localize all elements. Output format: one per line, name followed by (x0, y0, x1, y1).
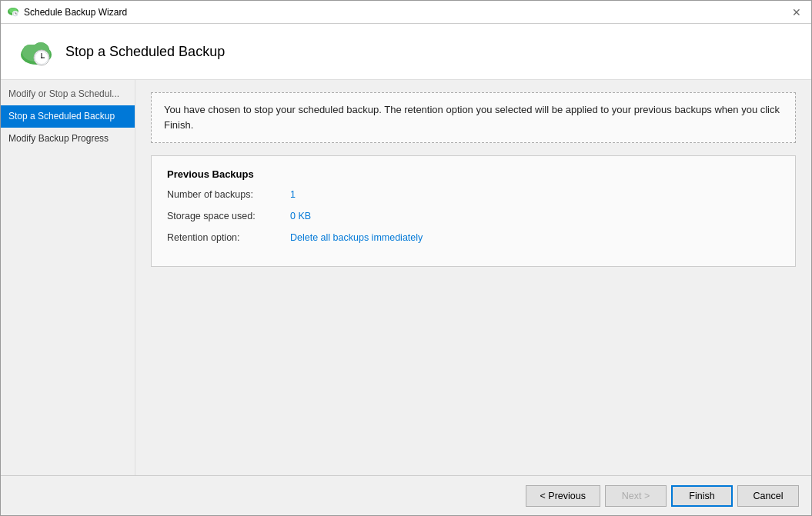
sidebar-item-modify-or-stop[interactable]: Modify or Stop a Schedul... (1, 83, 135, 105)
label-storage-used: Storage space used: (167, 211, 290, 221)
label-number-of-backups: Number of backups: (167, 189, 290, 200)
data-row-backups: Number of backups: 1 (167, 189, 780, 200)
content-area: Modify or Stop a Schedul... Stop a Sched… (1, 80, 811, 475)
finish-button[interactable]: Finish (671, 485, 733, 507)
footer: < Previous Next > Finish Cancel (1, 475, 811, 515)
app-icon (7, 6, 19, 18)
header-icon (16, 33, 53, 70)
previous-button[interactable]: < Previous (526, 485, 600, 507)
main-window: Schedule Backup Wizard ✕ (0, 0, 812, 516)
close-button[interactable]: ✕ (788, 4, 805, 21)
next-button[interactable]: Next > (605, 485, 667, 507)
sidebar-item-modify-progress[interactable]: Modify Backup Progress (1, 128, 135, 150)
title-bar: Schedule Backup Wizard ✕ (1, 1, 811, 24)
cancel-button[interactable]: Cancel (737, 485, 799, 507)
info-box: You have chosen to stop your scheduled b… (151, 92, 796, 143)
label-retention: Retention option: (167, 232, 290, 243)
value-number-of-backups: 1 (290, 189, 296, 200)
sidebar: Modify or Stop a Schedul... Stop a Sched… (1, 80, 135, 475)
info-text: You have chosen to stop your scheduled b… (164, 104, 780, 131)
main-panel: You have chosen to stop your scheduled b… (135, 80, 811, 475)
value-retention: Delete all backups immediately (290, 232, 423, 243)
header-area: Stop a Scheduled Backup (1, 24, 811, 80)
data-row-retention: Retention option: Delete all backups imm… (167, 232, 780, 243)
svg-point-18 (41, 57, 42, 58)
value-storage-used: 0 KB (290, 211, 311, 221)
data-box-title: Previous Backups (167, 168, 780, 180)
page-title: Stop a Scheduled Backup (65, 44, 225, 60)
title-bar-left: Schedule Backup Wizard (7, 6, 127, 18)
title-bar-title: Schedule Backup Wizard (24, 7, 127, 18)
data-box: Previous Backups Number of backups: 1 St… (151, 155, 796, 267)
sidebar-item-stop-scheduled[interactable]: Stop a Scheduled Backup (1, 105, 135, 128)
data-row-storage: Storage space used: 0 KB (167, 211, 780, 221)
